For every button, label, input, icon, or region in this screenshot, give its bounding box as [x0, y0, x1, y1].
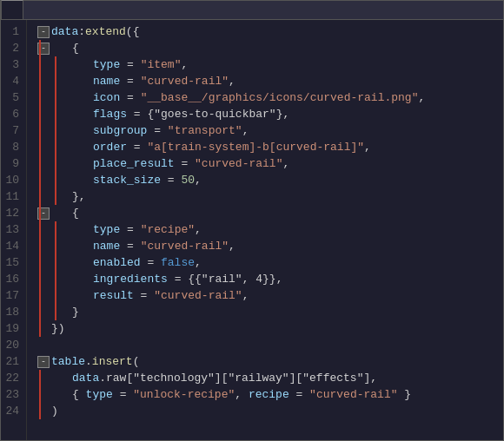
code-line: -{ [34, 40, 503, 56]
token: = [120, 73, 140, 89]
token: extend [85, 23, 126, 40]
token: subgroup [93, 122, 147, 139]
token: data [51, 23, 78, 40]
token: = [120, 56, 140, 73]
code-line: stack_size = 50, [34, 172, 503, 188]
line-number: 12 [4, 205, 19, 221]
line-number: 10 [4, 172, 19, 188]
token: }, [72, 188, 86, 205]
token: , [282, 106, 289, 122]
token: = [161, 172, 181, 188]
token: type [93, 221, 120, 238]
token: insert [92, 353, 133, 370]
token: , [276, 271, 283, 287]
code-area: 123456789101112131415161718192021222324 … [1, 20, 503, 440]
token: , [242, 287, 249, 304]
token: = [127, 139, 147, 155]
token: table [51, 353, 85, 370]
code-line [34, 337, 503, 353]
token: : [78, 23, 85, 40]
file-tab[interactable] [1, 0, 23, 19]
token: , [242, 122, 249, 139]
code-line: data.raw["technology"]["railway"]["effec… [34, 370, 503, 386]
token: = [134, 287, 154, 304]
token: , [195, 254, 202, 271]
code-line: type = "recipe", [34, 221, 503, 238]
line-number: 3 [4, 56, 19, 73]
token: } [398, 386, 412, 403]
token: "curved-rail" [309, 386, 397, 403]
token: "curved-rail" [141, 238, 229, 254]
token: } [72, 304, 79, 320]
token: , [364, 139, 371, 155]
token: = [141, 254, 161, 271]
code-line: { type = "unlock-recipe", recipe = "curv… [34, 386, 503, 403]
token: "transport" [168, 122, 242, 139]
line-number: 9 [4, 155, 19, 172]
code-line: ) [34, 403, 503, 419]
fold-marker[interactable]: - [37, 356, 50, 368]
fold-marker[interactable]: - [37, 43, 50, 55]
code-line: type = "item", [34, 56, 503, 73]
token: result [93, 287, 134, 304]
token: , [235, 386, 249, 403]
editor-window: 123456789101112131415161718192021222324 … [0, 0, 504, 441]
code-line: }) [34, 320, 503, 337]
code-line: result = "curved-rail", [34, 287, 503, 304]
token: = [127, 106, 147, 122]
code-line: -data:extend({ [34, 23, 503, 40]
line-number: 20 [4, 337, 19, 353]
line-number: 23 [4, 386, 19, 403]
token: "curved-rail" [195, 155, 282, 172]
line-number: 16 [4, 271, 19, 287]
line-number: 13 [4, 221, 19, 238]
line-number: 19 [4, 320, 19, 337]
token: = [120, 238, 140, 254]
line-number: 1 [4, 23, 19, 40]
token: = [175, 155, 195, 172]
token: , [229, 238, 235, 254]
token: . [85, 353, 92, 370]
token: = [289, 386, 309, 403]
token: , [181, 56, 188, 73]
token: name [93, 73, 120, 89]
token: "__base__/graphics/icons/curved-rail.png… [141, 89, 419, 106]
line-number: 22 [4, 370, 19, 386]
token: name [93, 238, 120, 254]
token: { [72, 386, 86, 403]
token: recipe [249, 386, 289, 403]
token: }) [51, 320, 65, 337]
token: = [168, 271, 188, 287]
fold-marker[interactable]: - [37, 26, 50, 38]
token: type [93, 56, 120, 73]
token: "unlock-recipe" [133, 386, 235, 403]
token: , [229, 73, 235, 89]
token: place_result [93, 155, 175, 172]
code-line: enabled = false, [34, 254, 503, 271]
line-number: 7 [4, 122, 19, 139]
code-line: name = "curved-rail", [34, 238, 503, 254]
token: flags [93, 106, 127, 122]
line-number: 24 [4, 403, 19, 419]
tab-bar [1, 1, 503, 20]
token: , [195, 172, 202, 188]
token: = [120, 89, 140, 106]
token: ) [51, 403, 58, 419]
token: ingredients [93, 271, 168, 287]
token: .raw["technology"]["railway"]["effects"] [99, 370, 370, 386]
line-numbers: 123456789101112131415161718192021222324 [1, 20, 27, 440]
token: "curved-rail" [141, 73, 229, 89]
fold-marker[interactable]: - [37, 207, 50, 220]
code-line: -table.insert( [34, 353, 503, 370]
token: , [282, 155, 289, 172]
token: { [72, 40, 79, 56]
token: { [72, 205, 79, 221]
token: ({ [126, 23, 140, 40]
code-content[interactable]: -data:extend({-{type = "item",name = "cu… [27, 20, 503, 440]
line-number: 8 [4, 139, 19, 155]
line-number: 5 [4, 89, 19, 106]
line-number: 15 [4, 254, 19, 271]
line-number: 17 [4, 287, 19, 304]
token: order [93, 139, 127, 155]
line-number: 6 [4, 106, 19, 122]
